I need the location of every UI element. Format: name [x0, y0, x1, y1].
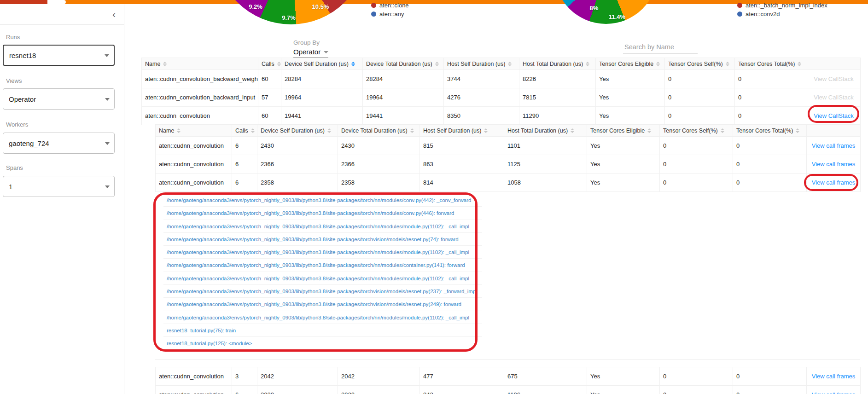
col-header-tc-total[interactable]: Tensor Cores Total(%)	[733, 125, 807, 137]
col-header-host-total[interactable]: Host Total Duration (us)	[519, 58, 596, 70]
sort-icon[interactable]	[251, 128, 255, 133]
sort-icon[interactable]	[586, 62, 589, 66]
col-header-tc-self[interactable]: Tensor Cores Self(%)	[665, 58, 735, 70]
sort-icon[interactable]	[484, 128, 488, 133]
view-call-frames-link[interactable]: View call frames	[812, 373, 855, 380]
legend-dot-icon	[371, 12, 376, 17]
cell-calls: 6	[232, 174, 257, 192]
col-header-device-self[interactable]: Device Self Duration (us)	[257, 125, 338, 137]
workers-select[interactable]: gaoteng_724	[3, 133, 115, 154]
sort-icon[interactable]	[656, 62, 660, 66]
cell-tc-self: 0	[660, 174, 733, 192]
cell-device-total: 19964	[363, 88, 444, 107]
views-select[interactable]: Operator	[3, 88, 115, 110]
sort-icon[interactable]	[351, 62, 355, 66]
cell-device-self: 2042	[257, 367, 338, 386]
call-frame-link[interactable]: /home/gaoteng/anaconda3/envs/pytorch_nig…	[163, 259, 482, 272]
cell-tc-self: 0	[665, 107, 735, 125]
col-header-host-self[interactable]: Host Self Duration (us)	[420, 125, 504, 137]
legend-dot-icon	[737, 12, 742, 17]
runs-select-value: resnet18	[9, 46, 36, 65]
spans-select[interactable]: 1	[3, 176, 115, 197]
sort-icon[interactable]	[726, 62, 729, 66]
call-frame-link[interactable]: resnet18_tutorial.py(125): <module>	[163, 337, 482, 350]
legend-dot-icon	[371, 3, 376, 8]
sort-icon[interactable]	[647, 128, 651, 133]
cell-tc-self: 0	[665, 70, 735, 88]
cell-tc-eligible: Yes	[587, 386, 660, 394]
col-header-device-total[interactable]: Device Total Duration (us)	[363, 58, 444, 70]
sort-icon[interactable]	[163, 62, 167, 66]
call-frame-link[interactable]: /home/gaoteng/anaconda3/envs/pytorch_nig…	[163, 194, 482, 207]
col-header-calls[interactable]: Calls	[232, 125, 257, 137]
workers-select-value: gaoteng_724	[9, 133, 49, 153]
call-frame-link[interactable]: /home/gaoteng/anaconda3/envs/pytorch_nig…	[163, 220, 482, 233]
search-input[interactable]	[623, 41, 698, 53]
view-call-frames-link[interactable]: View call frames	[812, 142, 855, 149]
cell-device-self: 2020	[257, 386, 338, 394]
sort-icon[interactable]	[508, 62, 512, 66]
call-frame-link[interactable]: /home/gaoteng/anaconda3/envs/pytorch_nig…	[163, 207, 482, 220]
cell-name: aten::cudnn_convolution	[156, 367, 232, 386]
col-header-tc-eligible[interactable]: Tensor Cores Eligible	[596, 58, 665, 70]
call-frame-link[interactable]: /home/gaoteng/anaconda3/envs/pytorch_nig…	[163, 233, 482, 246]
cell-tc-total: 0	[735, 107, 807, 125]
cell-device-self: 2358	[257, 174, 338, 192]
sort-icon[interactable]	[277, 62, 281, 66]
sort-icon[interactable]	[327, 128, 331, 133]
sort-icon[interactable]	[571, 128, 574, 133]
col-header-device-self[interactable]: Device Self Duration (us)	[281, 58, 363, 70]
runs-label: Runs	[6, 34, 20, 41]
call-frame-link[interactable]: /home/gaoteng/anaconda3/envs/pytorch_nig…	[163, 272, 482, 285]
cell-tc-eligible: Yes	[596, 88, 665, 107]
collapse-sidebar-icon[interactable]: ‹	[112, 8, 116, 21]
cell-host-self: 815	[420, 137, 504, 155]
col-header-device-total[interactable]: Device Total Duration (us)	[338, 125, 420, 137]
view-callstack-link[interactable]: View CallStack	[814, 75, 853, 82]
col-header-calls[interactable]: Calls	[258, 58, 281, 70]
col-header-host-self[interactable]: Host Self Duration (us)	[444, 58, 519, 70]
sidebar: ‹ Runs resnet18 Views Operator Workers g…	[0, 4, 124, 394]
host-self-time-pie-chart[interactable]	[554, 0, 658, 24]
view-call-frames-link[interactable]: View call frames	[812, 161, 855, 168]
sort-icon[interactable]	[435, 62, 439, 66]
cell-host-total: 7815	[519, 88, 596, 107]
sort-icon[interactable]	[410, 128, 414, 133]
sort-icon[interactable]	[721, 128, 724, 133]
col-header-name[interactable]: Name	[156, 125, 232, 137]
call-frame-link[interactable]: /home/gaoteng/anaconda3/envs/pytorch_nig…	[163, 311, 482, 324]
call-frame-link[interactable]: /home/gaoteng/anaconda3/envs/pytorch_nig…	[163, 285, 482, 298]
legend-label: aten::any	[379, 11, 404, 17]
cell-calls: 6	[232, 155, 257, 174]
cell-tc-self: 0	[665, 88, 735, 107]
callstack-table-continued: aten::cudnn_convolution 3 2042 2042 477 …	[155, 367, 861, 394]
view-callstack-link[interactable]: View CallStack	[814, 94, 853, 101]
operator-table: Name Calls Device Self Duration (us) Dev…	[141, 58, 861, 125]
col-header-host-total[interactable]: Host Total Duration (us)	[504, 125, 587, 137]
table-row: aten::cudnn_convolution 3 2042 2042 477 …	[156, 367, 861, 386]
col-header-tc-eligible[interactable]: Tensor Cores Eligible	[587, 125, 660, 137]
left-pie-legend: aten::clone aten::any	[371, 1, 409, 18]
view-call-frames-link[interactable]: View call frames	[812, 179, 855, 186]
cell-device-total: 28284	[363, 70, 444, 88]
runs-select[interactable]: resnet18	[3, 45, 115, 66]
sort-icon[interactable]	[177, 128, 181, 133]
call-frame-link[interactable]: /home/gaoteng/anaconda3/envs/pytorch_nig…	[163, 246, 482, 259]
sort-icon[interactable]	[798, 62, 801, 66]
sort-icon[interactable]	[796, 128, 799, 133]
pie-slice-label: 9.2%	[249, 3, 262, 10]
cell-name: aten::cudnn_convolution	[156, 155, 232, 174]
group-by-select[interactable]: Operator	[293, 48, 328, 57]
call-frame-link[interactable]: /home/gaoteng/anaconda3/envs/pytorch_nig…	[163, 298, 482, 311]
cell-host-self: 842	[420, 386, 504, 394]
col-header-name[interactable]: Name	[142, 58, 258, 70]
col-header-tc-total[interactable]: Tensor Cores Total(%)	[735, 58, 807, 70]
table-header-row: Name Calls Device Self Duration (us) Dev…	[156, 125, 861, 137]
cell-tc-total: 0	[735, 70, 807, 88]
col-header-tc-self[interactable]: Tensor Cores Self(%)	[660, 125, 733, 137]
cell-device-total: 2358	[338, 174, 420, 192]
view-call-frames-link[interactable]: View call frames	[812, 391, 855, 394]
view-callstack-link[interactable]: View CallStack	[814, 112, 853, 119]
group-by-value: Operator	[293, 48, 320, 56]
call-frame-link[interactable]: resnet18_tutorial.py(75): train	[163, 324, 482, 337]
